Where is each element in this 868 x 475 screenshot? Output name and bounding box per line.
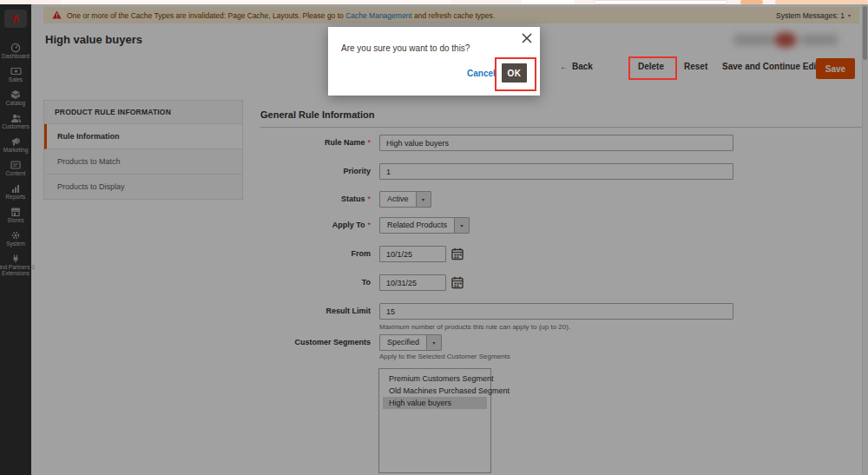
close-icon[interactable] bbox=[521, 32, 533, 44]
confirmation-message: Are you sure you want to do this? bbox=[341, 43, 470, 53]
confirmation-dialog: Are you sure you want to do this? Cancel… bbox=[328, 27, 540, 96]
magento-admin-app: A Dashboard Sales Catalog Customers Mark… bbox=[0, 0, 868, 475]
ok-button[interactable]: OK bbox=[502, 63, 527, 82]
cancel-button[interactable]: Cancel bbox=[467, 69, 496, 78]
